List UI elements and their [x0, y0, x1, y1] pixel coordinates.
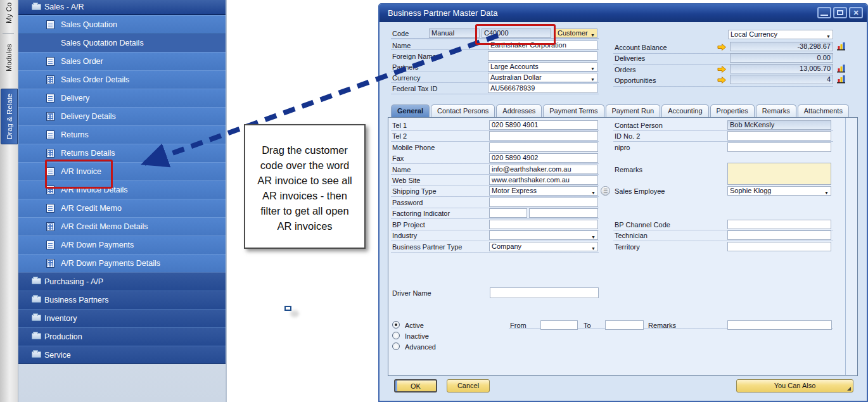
- sidebar-item-ar-credit-memo-details[interactable]: A/R Credit Memo Details: [18, 217, 226, 236]
- grid-icon: [46, 75, 54, 84]
- nipro-label: nipro: [615, 144, 630, 151]
- account-balance-label: Account Balance: [615, 44, 667, 51]
- annotation-line: AR invoices: [245, 218, 364, 234]
- tab-addresses[interactable]: Addresses: [496, 104, 542, 117]
- opportunities-field[interactable]: 4: [730, 75, 833, 84]
- code-value-field[interactable]: C40000: [482, 28, 551, 38]
- federal-tax-id-field[interactable]: AU566678939: [488, 84, 597, 93]
- sidebar-item-ar-invoice[interactable]: A/R Invoice: [18, 162, 226, 180]
- link-arrow-icon[interactable]: [717, 75, 727, 84]
- grid-icon: [46, 259, 54, 268]
- sidebar-item-ar-down-payments-details[interactable]: A/R Down Payments Details: [18, 254, 226, 272]
- bp-channel-code-field[interactable]: [727, 220, 831, 229]
- sidebar-item-ar-invoice-details[interactable]: A/R Invoice Details: [18, 180, 226, 199]
- to-date-field[interactable]: [605, 320, 644, 330]
- sidebar-folder-service[interactable]: Service: [18, 346, 226, 364]
- code-label: Code: [392, 30, 409, 37]
- window-titlebar[interactable]: Business Partner Master Data: [380, 4, 867, 22]
- factoring-indicator-field-2[interactable]: [529, 208, 598, 218]
- sidebar-item-sales-quotation[interactable]: Sales Quotation: [18, 15, 226, 34]
- deliveries-field[interactable]: 0.00: [730, 53, 833, 63]
- name-field[interactable]: Earthshaker Corporation: [488, 41, 597, 50]
- currency-select[interactable]: Australian Dollar: [488, 73, 597, 82]
- remarks-label: Remarks: [615, 166, 642, 173]
- mobile-phone-field[interactable]: [489, 142, 598, 152]
- technician-label: Technician: [615, 232, 648, 239]
- inactive-radio[interactable]: [392, 332, 400, 339]
- sidebar-item-ar-credit-memo[interactable]: A/R Credit Memo: [18, 199, 226, 217]
- group-select[interactable]: Large Accounts: [488, 62, 597, 72]
- sidebar-folder-sales-ar[interactable]: Sales - A/R: [18, 0, 226, 15]
- tab-remarks[interactable]: Remarks: [756, 104, 796, 117]
- bp-project-field[interactable]: [489, 220, 598, 229]
- account-balance-field[interactable]: -38,298.67: [730, 42, 833, 51]
- contact-person-field[interactable]: Bob McKensly: [727, 120, 831, 130]
- sidebar-folder-inventory[interactable]: Inventory: [18, 309, 226, 327]
- sidebar-folder-business-partners[interactable]: Business Partners: [18, 291, 226, 309]
- dock-tab-modules[interactable]: Modules: [1, 38, 16, 77]
- you-can-also-button[interactable]: You Can Also: [736, 379, 853, 393]
- orders-field[interactable]: 13,005.70: [730, 64, 833, 73]
- sidebar-item-delivery-details[interactable]: Delivery Details: [18, 107, 226, 125]
- active-radio[interactable]: [392, 321, 400, 329]
- bar-chart-icon[interactable]: [836, 64, 846, 72]
- sidebar-folder-production[interactable]: Production: [18, 327, 226, 346]
- driver-name-field[interactable]: [490, 287, 599, 298]
- minimize-button[interactable]: [817, 7, 831, 18]
- factoring-indicator-field-1[interactable]: [489, 208, 527, 218]
- sidebar-folder-label: Sales - A/R: [44, 3, 84, 11]
- foreign-name-field[interactable]: [488, 51, 597, 61]
- advanced-radio[interactable]: [392, 342, 400, 350]
- remarks-textarea[interactable]: [727, 163, 831, 185]
- close-button[interactable]: [849, 7, 863, 18]
- sidebar-item-returns-details[interactable]: Returns Details: [18, 144, 226, 162]
- maximize-button[interactable]: [833, 7, 847, 18]
- bp-type-select[interactable]: Customer: [555, 28, 597, 38]
- status-remarks-label: Remarks: [648, 322, 676, 329]
- link-arrow-icon[interactable]: [717, 42, 727, 51]
- tab-accounting[interactable]: Accounting: [661, 104, 708, 117]
- email-name-field[interactable]: info@earthshaker.com.au: [489, 165, 598, 174]
- dock-tab-drag-relate[interactable]: Drag & Relate: [1, 89, 18, 144]
- sidebar-item-ar-down-payments[interactable]: A/R Down Payments: [18, 236, 226, 254]
- tel2-field[interactable]: [489, 131, 598, 141]
- tab-properties[interactable]: Properties: [710, 104, 755, 117]
- shipping-type-menu-button[interactable]: ☰: [601, 186, 610, 196]
- tab-payment-run[interactable]: Payment Run: [606, 104, 661, 117]
- dock-tab-my-co[interactable]: My Co: [1, 0, 16, 29]
- ok-button[interactable]: OK: [394, 379, 437, 393]
- tab-contact-persons[interactable]: Contact Persons: [431, 104, 495, 117]
- industry-select[interactable]: [489, 230, 598, 240]
- cancel-button[interactable]: Cancel: [447, 379, 490, 393]
- fax-field[interactable]: 020 5890 4902: [489, 153, 598, 163]
- id-no-2-field[interactable]: [727, 131, 831, 141]
- sidebar-item-returns[interactable]: Returns: [18, 125, 226, 144]
- bar-chart-icon[interactable]: [836, 75, 846, 83]
- business-partner-type-select[interactable]: Company: [489, 242, 598, 251]
- sidebar-item-sales-order-details[interactable]: Sales Order Details: [18, 70, 226, 89]
- sidebar-item-sales-order[interactable]: Sales Order: [18, 52, 226, 70]
- link-arrow-icon[interactable]: [717, 65, 727, 73]
- territory-field[interactable]: [727, 242, 831, 251]
- nipro-field[interactable]: [727, 142, 831, 152]
- tel1-field[interactable]: 020 5890 4901: [489, 120, 598, 130]
- web-site-field[interactable]: www.earthshaker.com.au: [489, 175, 598, 185]
- sidebar-item-delivery[interactable]: Delivery: [18, 89, 226, 107]
- code-series-field[interactable]: Manual: [429, 28, 480, 38]
- grid-icon: [46, 185, 54, 194]
- bar-chart-icon[interactable]: [836, 42, 846, 50]
- password-field[interactable]: [489, 198, 598, 207]
- password-label: Password: [392, 199, 423, 206]
- display-currency-select[interactable]: Local Currency: [728, 30, 833, 39]
- technician-field[interactable]: [727, 230, 831, 240]
- tab-attachments[interactable]: Attachments: [798, 104, 849, 117]
- tab-general[interactable]: General: [391, 104, 430, 117]
- sidebar-folder-purchasing-ap[interactable]: Purchasing - A/P: [18, 272, 226, 291]
- sales-employee-select[interactable]: Sophie Klogg: [727, 186, 831, 196]
- shipping-type-select[interactable]: Motor Express: [489, 186, 598, 196]
- status-remarks-field[interactable]: [727, 320, 832, 330]
- advanced-radio-label: Advanced: [405, 343, 436, 351]
- tab-payment-terms[interactable]: Payment Terms: [543, 104, 604, 117]
- sidebar-item-sales-quotation-details[interactable]: Sales Quotation Details: [18, 34, 226, 52]
- from-date-field[interactable]: [540, 320, 578, 330]
